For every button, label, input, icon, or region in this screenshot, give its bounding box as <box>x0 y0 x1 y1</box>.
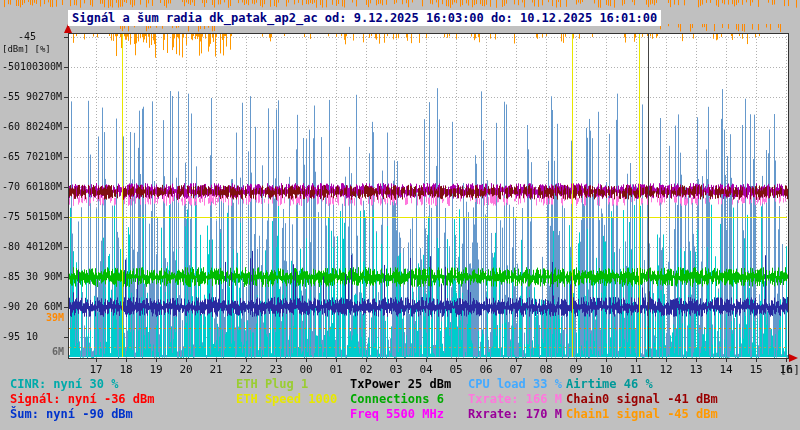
x-axis-tick: 23 <box>265 364 287 376</box>
chart-title: Signál a šum radia dk_patak_ap2_ac od: 9… <box>68 10 661 26</box>
y-axis-tick: -80 <box>0 241 20 253</box>
legend-item: CINR: nyní 30 % <box>10 378 118 391</box>
x-axis-tick: 18 <box>115 364 137 376</box>
x-axis-tick: 04 <box>415 364 437 376</box>
y-axis-tick: -65 <box>0 151 20 163</box>
x-axis-tick: 14 <box>715 364 737 376</box>
y-axis-row: -5590270M <box>0 91 64 103</box>
y-axis-tick: 60 <box>20 181 38 193</box>
x-axis-tick: 06 <box>475 364 497 376</box>
x-axis-tick: 20 <box>175 364 197 376</box>
legend-item: Chain1 signal -45 dBm <box>566 408 718 421</box>
legend-item: Freq 5500 MHz <box>350 408 444 421</box>
x-axis-tick: 12 <box>655 364 677 376</box>
x-axis-tick: 15 <box>745 364 767 376</box>
x-axis-tick: 19 <box>145 364 167 376</box>
x-axis-tick: 01 <box>325 364 347 376</box>
y-axis-tick: -95 <box>0 331 20 343</box>
y-axis-tick: -85 <box>0 271 20 283</box>
legend-item: Txrate: 166 M <box>468 393 562 406</box>
mrtg-graph-page: Signál a šum radia dk_patak_ap2_ac od: 9… <box>0 0 800 430</box>
y-axis-tick: -55 <box>0 91 20 103</box>
y-axis-tick: -60 <box>0 121 20 133</box>
x-axis-tick: 00 <box>295 364 317 376</box>
y-axis-tick: -75 <box>0 211 20 223</box>
y-axis-row: -8040120M <box>0 241 64 253</box>
y-axis-tick: 80 <box>20 121 38 133</box>
legend-item: ETH Speed 1000 <box>236 393 337 406</box>
x-axis-tick: 13 <box>685 364 707 376</box>
x-axis-tick: 03 <box>385 364 407 376</box>
y-axis-tick: 210M <box>38 151 62 163</box>
y-axis-tick: 150M <box>38 211 62 223</box>
y-axis-tick: 90 <box>20 91 38 103</box>
legend-item: Connections 6 <box>350 393 444 406</box>
legend-item: TxPower 25 dBm <box>350 378 451 391</box>
legend-item: Airtime 46 % <box>566 378 653 391</box>
legend-item: Šum: nyní -90 dBm <box>10 408 133 421</box>
x-axis-tick: 05 <box>445 364 467 376</box>
y-axis-tick: 30 <box>20 271 38 283</box>
y-axis-row: -7060180M <box>0 181 64 193</box>
x-axis-tick: 02 <box>355 364 377 376</box>
y-axis-tick: 100 <box>20 61 38 73</box>
x-axis-tick: 22 <box>235 364 257 376</box>
y-axis-tick: -90 <box>0 301 20 313</box>
x-axis-tick: 17 <box>85 364 107 376</box>
y-axis-tick: 300M <box>38 61 62 73</box>
y-axis-tick: 10 <box>20 331 38 343</box>
y-axis-top-tick: -45 <box>0 31 36 43</box>
y-axis-tick: 180M <box>38 181 62 193</box>
y-axis-tick: 40 <box>20 241 38 253</box>
y-axis-row: -50100300M <box>0 61 64 73</box>
legend-item: CPU load 33 % <box>468 378 562 391</box>
y-axis-tick: 270M <box>38 91 62 103</box>
legend-item: ETH Plug 1 <box>236 378 308 391</box>
y-axis-row: -6570210M <box>0 151 64 163</box>
y-axis-tick: -50 <box>0 61 20 73</box>
x-axis-tick: 08 <box>535 364 557 376</box>
y-axis-tick: -70 <box>0 181 20 193</box>
legend-item: Signál: nyní -36 dBm <box>10 393 155 406</box>
y-axis-tick: 240M <box>38 121 62 133</box>
x-axis-unit-label: [h] <box>780 364 800 376</box>
x-axis-tick: 09 <box>565 364 587 376</box>
y-axis-tick: 90M <box>38 271 62 283</box>
x-axis-tick: 11 <box>625 364 647 376</box>
y-axis-row: -9510 <box>0 331 64 343</box>
y-axis-row: -6080240M <box>0 121 64 133</box>
x-axis-tick: 10 <box>595 364 617 376</box>
y-axis-tick: 120M <box>38 241 62 253</box>
y-axis-tick: 50 <box>20 211 38 223</box>
y-axis-extra-label: 6M <box>38 346 64 358</box>
y-axis-tick <box>38 331 62 343</box>
x-axis-tick: 21 <box>205 364 227 376</box>
y-axis-row: -7550150M <box>0 211 64 223</box>
y-axis-tick: 20 <box>20 301 38 313</box>
y-axis-tick: 70 <box>20 151 38 163</box>
y-axis-extra-label: 39M <box>38 312 64 324</box>
y-axis-units: [dBm] [%] <box>2 43 64 55</box>
legend-item: Rxrate: 170 M <box>468 408 562 421</box>
x-axis-tick: 07 <box>505 364 527 376</box>
y-axis-row: -853090M <box>0 271 64 283</box>
legend-item: Chain0 signal -41 dBm <box>566 393 718 406</box>
